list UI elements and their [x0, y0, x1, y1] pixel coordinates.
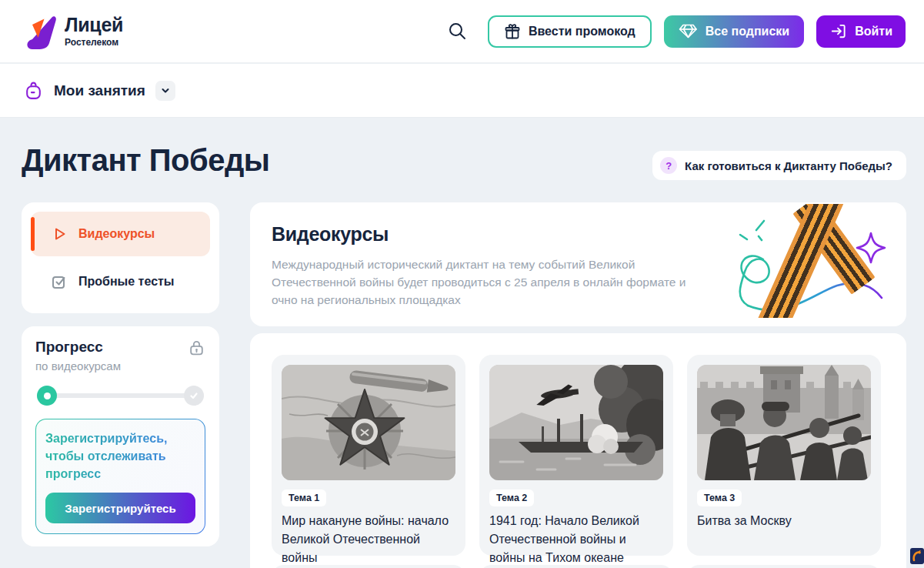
search-button[interactable] [444, 18, 471, 45]
course-image-medal-photo [282, 365, 455, 480]
tab-video-courses[interactable]: Видеокурсы [31, 212, 210, 256]
my-lessons-label: Мои занятия [54, 82, 145, 99]
lyceum-logo-icon [22, 14, 57, 49]
logo[interactable]: Лицей Ростелеком [22, 14, 123, 49]
course-card-partial[interactable] [687, 565, 881, 568]
course-cards-row-2-partial [272, 565, 885, 568]
course-card-theme-2[interactable]: Тема 2 1941 год: Начало Великой Отечеств… [479, 355, 673, 556]
progress-goal-marker [184, 386, 204, 406]
course-title: Мир накануне войны: начало Великой Отече… [282, 512, 455, 567]
promo-code-label: Ввести промокод [529, 25, 635, 38]
logo-subtitle: Ростелеком [65, 37, 123, 48]
main-content: Видеокурсы Международный исторический ди… [250, 202, 906, 568]
progress-title: Прогресс [35, 339, 121, 356]
checkbox-check-icon [51, 273, 68, 290]
course-card-partial[interactable] [272, 565, 465, 568]
my-lessons-expander[interactable] [155, 81, 175, 101]
progress-subtitle: по видеокурсам [35, 359, 121, 373]
tab-video-courses-label: Видеокурсы [78, 227, 155, 241]
course-image-soldiers-illustration [697, 365, 871, 480]
register-promo-box: Зарегистрируйтесь, чтобы отслеживать про… [35, 419, 205, 534]
course-badge: Тема 3 [697, 489, 742, 506]
promo-code-button[interactable]: Ввести промокод [488, 15, 652, 48]
all-subscriptions-label: Все подписки [706, 25, 789, 38]
my-lessons-menu[interactable]: Мои занятия [23, 80, 175, 101]
lock-icon [188, 339, 205, 356]
register-note: Зарегистрируйтесь, чтобы отслеживать про… [45, 429, 195, 483]
section-tabs-card: Видеокурсы Пробные тесты [22, 202, 219, 313]
tab-practice-tests[interactable]: Пробные тесты [31, 259, 210, 304]
login-button[interactable]: Войти [816, 15, 906, 48]
course-image-naval-attack-photo [489, 365, 663, 480]
play-icon [51, 226, 68, 242]
active-tab-indicator [31, 217, 35, 251]
st-george-ribbon-illustration [720, 204, 896, 321]
page-title: Диктант Победы [22, 143, 270, 178]
course-cards-panel: Тема 1 Мир накануне войны: начало Велико… [250, 333, 906, 568]
question-icon: ? [660, 157, 677, 174]
diamond-icon [679, 23, 698, 39]
check-icon [188, 390, 199, 401]
course-title: Битва за Москву [697, 512, 871, 530]
register-button[interactable]: Зарегистрируйтесь [45, 493, 195, 523]
help-link[interactable]: ? Как готовиться к Диктанту Победы? [652, 151, 906, 180]
course-card-theme-1[interactable]: Тема 1 Мир накануне войны: начало Велико… [272, 355, 465, 556]
course-badge: Тема 1 [282, 489, 326, 506]
tab-practice-tests-label: Пробные тесты [78, 275, 175, 289]
progress-slider[interactable] [37, 386, 204, 406]
backpack-icon [23, 80, 44, 101]
progress-knob[interactable] [37, 386, 57, 406]
progress-track [37, 393, 204, 398]
section-description: Международный исторический диктант на те… [272, 256, 691, 309]
login-label: Войти [855, 25, 892, 38]
course-title: 1941 год: Начало Великой Отечественной в… [489, 512, 663, 567]
course-card-partial[interactable] [479, 565, 673, 568]
gift-icon [504, 23, 521, 40]
course-card-theme-3[interactable]: Тема 3 Битва за Москву [687, 355, 881, 556]
all-subscriptions-button[interactable]: Все подписки [664, 15, 804, 48]
video-courses-intro-panel: Видеокурсы Международный исторический ди… [250, 202, 906, 326]
chevron-down-icon [160, 85, 171, 96]
progress-card: Прогресс по видеокурсам Зарегистрируйтес… [22, 326, 219, 546]
search-icon [447, 21, 468, 42]
sidebar: Видеокурсы Пробные тесты Прогресс по вид… [22, 202, 219, 546]
browser-extension-icon[interactable] [909, 546, 924, 564]
top-header: Лицей Ростелеком Ввести промокод [0, 0, 924, 63]
help-link-label: Как готовиться к Диктанту Победы? [685, 159, 892, 172]
course-badge: Тема 2 [489, 489, 534, 506]
secondary-nav: Мои занятия [0, 64, 924, 118]
logo-title: Лицей [65, 15, 123, 35]
login-arrow-icon [829, 22, 847, 40]
